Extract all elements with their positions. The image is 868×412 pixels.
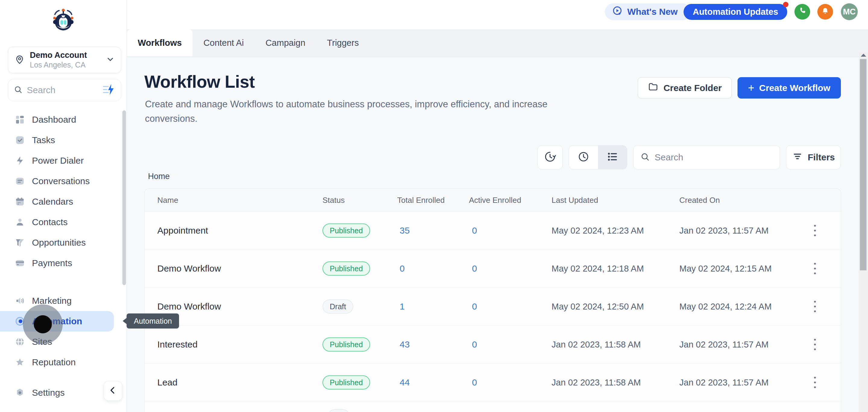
view-toggle	[569, 145, 627, 169]
row-kebab-menu-icon[interactable]	[809, 262, 821, 275]
scrollbar-thumb[interactable]	[860, 59, 867, 271]
sidebar-item-payments[interactable]: Payments	[0, 253, 122, 273]
sidebar-item-label: Contacts	[32, 217, 67, 227]
workflow-name[interactable]: Demo Workflow	[157, 263, 221, 274]
tab-campaign[interactable]: Campaign	[255, 29, 316, 56]
table-row[interactable]: Appointment Published 35 0 May 02 2024, …	[145, 212, 841, 250]
active-enrolled-link[interactable]: 0	[472, 377, 477, 387]
account-name: Demo Account	[30, 50, 106, 60]
status-badge: Published	[322, 375, 370, 389]
sidebar-item-label: Settings	[32, 388, 64, 398]
breadcrumb[interactable]: Home	[148, 172, 170, 181]
filters-button[interactable]: Filters	[786, 145, 841, 169]
automation-circle-icon	[14, 316, 25, 327]
create-workflow-button[interactable]: + Create Workflow	[738, 77, 841, 99]
workflow-name[interactable]: Appointment	[157, 225, 208, 236]
table-row[interactable]: Demo Workflow Published 0 0 May 02 2024,…	[145, 250, 841, 288]
automation-updates-badge[interactable]: Automation Updates	[684, 4, 787, 20]
sidebar-nav-secondary: Marketing Automation Sites Reputation	[0, 290, 122, 368]
account-switcher[interactable]: Demo Account Los Angeles, CA	[8, 47, 121, 73]
total-enrolled-link[interactable]: 0	[400, 263, 405, 273]
view-toggle-history-option[interactable]	[569, 146, 598, 169]
tab-triggers[interactable]: Triggers	[316, 29, 370, 56]
lightning-icon	[14, 155, 25, 166]
dashboard-grid-icon	[14, 114, 25, 125]
active-enrolled-link[interactable]: 0	[472, 263, 477, 273]
sidebar-search-input[interactable]	[26, 85, 102, 96]
table-row[interactable]: Interested Published 43 0 Jan 02 2023, 1…	[145, 325, 841, 363]
person-icon	[14, 217, 25, 227]
window-scrollbar[interactable]	[859, 51, 868, 412]
quick-shortcut-bolt-icon[interactable]	[102, 84, 116, 97]
search-icon	[640, 152, 650, 163]
sidebar-item-conversations[interactable]: Conversations	[0, 171, 122, 191]
table-row[interactable]: Demo Workflow Draft 1 0 May 02 2024, 12:…	[145, 288, 841, 325]
filters-label: Filters	[808, 152, 835, 162]
create-folder-button[interactable]: Create Folder	[638, 77, 732, 99]
create-folder-label: Create Folder	[663, 83, 721, 93]
last-updated-value: Jan 02 2023, 11:58 AM	[552, 339, 641, 349]
row-kebab-menu-icon[interactable]	[809, 338, 821, 351]
scrollbar-up-arrow-icon[interactable]	[861, 54, 866, 57]
sidebar-search	[8, 79, 121, 101]
sidebar-item-label: Reputation	[32, 357, 76, 368]
total-enrolled-link[interactable]: 1	[400, 302, 405, 311]
chevron-left-icon	[108, 385, 118, 396]
table-row[interactable]: Lead Published 44 0 Jan 02 2023, 11:58 A…	[145, 363, 841, 402]
notifications-button[interactable]	[817, 4, 833, 20]
active-enrolled-link[interactable]: 0	[472, 339, 477, 349]
row-kebab-menu-icon[interactable]	[809, 224, 821, 237]
main-area: Workflows Content Ai Campaign Triggers W…	[127, 0, 868, 412]
sidebar-item-marketing[interactable]: Marketing	[0, 290, 122, 311]
user-avatar[interactable]: MC	[841, 3, 858, 20]
sidebar-item-tasks[interactable]: Tasks	[0, 130, 122, 150]
sidebar-item-contacts[interactable]: Contacts	[0, 212, 122, 232]
sidebar-item-opportunities[interactable]: Opportunities	[0, 232, 122, 253]
workflow-name[interactable]: Interested	[157, 339, 197, 350]
row-kebab-menu-icon[interactable]	[809, 300, 821, 313]
sidebar-item-label: Payments	[32, 258, 72, 268]
execution-logs-button[interactable]	[537, 145, 563, 169]
sidebar-scrollbar-thumb[interactable]	[122, 110, 126, 285]
calendar-icon	[14, 196, 25, 207]
total-enrolled-link[interactable]: 43	[400, 339, 410, 349]
column-header-last-updated: Last Updated	[552, 195, 598, 204]
active-enrolled-link[interactable]: 0	[472, 225, 477, 235]
view-toggle-list-option[interactable]	[598, 146, 627, 169]
sidebar-item-label: Tasks	[32, 135, 55, 145]
total-enrolled-link[interactable]: 44	[400, 377, 410, 387]
sidebar-item-sites[interactable]: Sites	[0, 331, 122, 352]
announcement-play-icon	[612, 5, 624, 19]
tab-content-ai[interactable]: Content Ai	[193, 29, 255, 56]
sidebar-nav-primary: Dashboard Tasks Power Dialer Conversatio…	[0, 109, 122, 274]
workflow-name[interactable]: Lead	[157, 377, 178, 388]
sidebar-collapse-button[interactable]	[104, 381, 122, 401]
status-badge: Draft	[322, 299, 353, 313]
avatar-initials: MC	[843, 7, 856, 17]
sidebar-item-calendars[interactable]: Calendars	[0, 191, 122, 212]
automation-tooltip: Automation	[127, 313, 179, 328]
table-header: Name Status Total Enrolled Active Enroll…	[145, 189, 841, 212]
active-enrolled-link[interactable]: 0	[472, 302, 477, 311]
tooltip-arrow	[123, 318, 127, 324]
created-on-value: May 02 2024, 12:15 AM	[679, 263, 772, 273]
status-badge: Published	[322, 223, 370, 237]
sidebar-item-power-dialer[interactable]: Power Dialer	[0, 150, 122, 171]
sidebar-item-automation[interactable]: Automation	[0, 311, 114, 331]
sidebar-item-reputation[interactable]: Reputation	[0, 352, 122, 368]
row-kebab-menu-icon[interactable]	[809, 376, 821, 389]
phone-icon	[798, 7, 807, 17]
whats-new-button[interactable]: What's New	[605, 3, 691, 20]
sidebar-item-dashboard[interactable]: Dashboard	[0, 109, 122, 130]
workflow-table: Name Status Total Enrolled Active Enroll…	[144, 188, 841, 412]
workflow-search-input[interactable]	[654, 152, 773, 163]
workflow-name[interactable]: Demo Workflow	[157, 302, 221, 312]
status-badge: Published	[322, 261, 370, 276]
total-enrolled-link[interactable]: 35	[400, 225, 410, 235]
account-location: Los Angeles, CA	[30, 60, 106, 70]
phone-button[interactable]	[795, 4, 810, 20]
sidebar-item-label: Automation	[32, 316, 82, 326]
tab-workflows[interactable]: Workflows	[127, 29, 193, 56]
created-on-value: Jan 02 2023, 11:57 AM	[679, 339, 769, 349]
page-title: Workflow List	[144, 72, 255, 92]
